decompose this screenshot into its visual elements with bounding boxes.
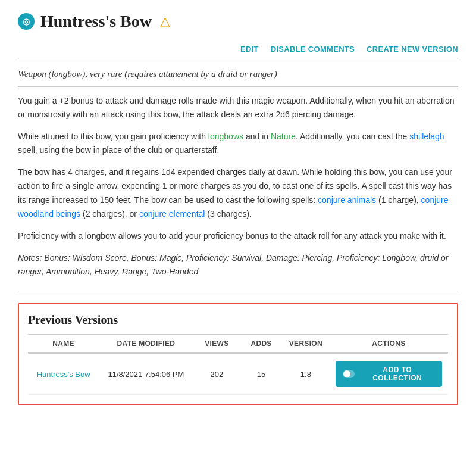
para2-after: . Additionally, you can cast the <box>296 132 409 141</box>
notes-text: Notes: Bonus: Wisdom Score, Bonus: Magic… <box>18 251 458 279</box>
create-new-version-link[interactable]: CREATE NEW VERSION <box>367 45 458 54</box>
nature-link[interactable]: Nature <box>271 132 296 141</box>
longbows-link[interactable]: longbows <box>208 132 243 141</box>
add-to-collection-label: ADD TO COLLECTION <box>359 366 435 382</box>
paragraph-4: Proficiency with a longbow allows you to… <box>18 229 458 243</box>
col-header-name: NAME <box>28 335 99 354</box>
table-header-row: NAME DATE MODIFIED VIEWS ADDS VERSION AC… <box>28 335 448 354</box>
row-adds: 15 <box>240 353 282 395</box>
conjure-animals-link[interactable]: conjure animals <box>318 195 376 205</box>
row-name: Huntress's Bow <box>28 353 99 395</box>
row-date: 11/8/2021 7:54:06 PM <box>99 353 193 395</box>
paragraph-1: You gain a +2 bonus to attack and damage… <box>18 94 458 121</box>
col-header-actions: ACTIONS <box>330 335 448 354</box>
table-body: Huntress's Bow 11/8/2021 7:54:06 PM 202 … <box>28 353 448 395</box>
text-3charges: (3 charges). <box>205 209 252 219</box>
shillelagh-link[interactable]: shillelagh <box>409 132 444 141</box>
divider <box>18 291 458 291</box>
paragraph-2: While attuned to this bow, you gain prof… <box>18 130 458 157</box>
page-header: ◎ Huntress's Bow △ <box>18 12 458 31</box>
paragraph-3: The bow has 4 charges, and it regains 1d… <box>18 166 458 220</box>
col-header-date: DATE MODIFIED <box>99 335 193 354</box>
versions-table: NAME DATE MODIFIED VIEWS ADDS VERSION AC… <box>28 334 448 395</box>
text-2charges: (2 charges), or <box>80 209 139 219</box>
page-container: ◎ Huntress's Bow △ EDIT DISABLE COMMENTS… <box>0 0 476 423</box>
row-actions: ADD TO COLLECTION <box>330 353 448 395</box>
header-icon: ◎ <box>18 13 35 30</box>
toggle-icon <box>343 370 355 378</box>
item-subtitle: Weapon (longbow), very rare (requires at… <box>18 69 458 87</box>
item-name-link[interactable]: Huntress's Bow <box>37 370 90 379</box>
text-1charge: (1 charge), <box>376 195 421 205</box>
table-row: Huntress's Bow 11/8/2021 7:54:06 PM 202 … <box>28 353 448 395</box>
para2-between: and in <box>243 132 271 141</box>
row-views: 202 <box>193 353 241 395</box>
page-title: Huntress's Bow <box>40 12 152 31</box>
target-icon: ◎ <box>23 17 30 27</box>
prev-versions-title: Previous Versions <box>28 313 448 327</box>
action-links-bar: EDIT DISABLE COMMENTS CREATE NEW VERSION <box>18 40 458 60</box>
col-header-views: VIEWS <box>193 335 241 354</box>
table-head: NAME DATE MODIFIED VIEWS ADDS VERSION AC… <box>28 335 448 354</box>
col-header-version: VERSION <box>282 335 330 354</box>
conjure-elemental-link[interactable]: conjure elemental <box>139 209 205 219</box>
previous-versions-section: Previous Versions NAME DATE MODIFIED VIE… <box>18 303 458 405</box>
disable-comments-link[interactable]: DISABLE COMMENTS <box>271 45 355 54</box>
warning-icon: △ <box>160 14 170 29</box>
para2-end: spell, using the bow in place of the clu… <box>18 145 219 155</box>
edit-link[interactable]: EDIT <box>240 45 259 54</box>
add-to-collection-button[interactable]: ADD TO COLLECTION <box>336 361 442 387</box>
row-version: 1.8 <box>282 353 330 395</box>
para2-before: While attuned to this bow, you gain prof… <box>18 132 208 141</box>
col-header-adds: ADDS <box>240 335 282 354</box>
